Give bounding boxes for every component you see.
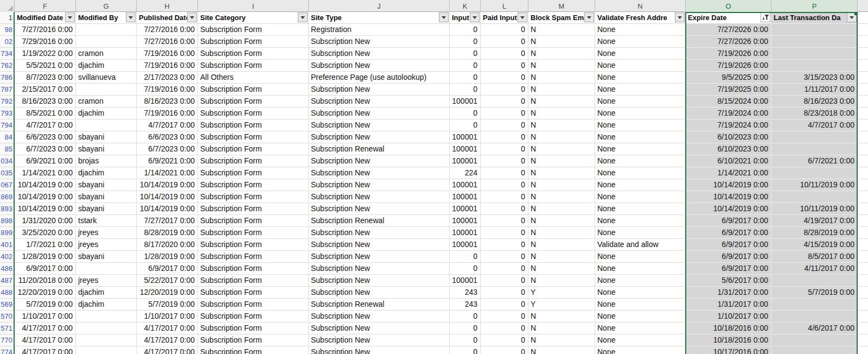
cell-M[interactable]: N bbox=[528, 275, 595, 287]
cell-G[interactable] bbox=[76, 24, 137, 36]
cell-H[interactable]: 4/17/2017 0:00 bbox=[137, 323, 198, 334]
cell-L[interactable]: 0 bbox=[481, 227, 528, 239]
column-letter-G[interactable]: G bbox=[76, 0, 137, 12]
filter-dropdown-button[interactable] bbox=[675, 12, 685, 22]
cell-O[interactable]: 1/31/2017 0:00 bbox=[686, 299, 771, 311]
cell-F[interactable]: 6/9/2021 0:00 bbox=[15, 155, 76, 167]
cell-O[interactable]: 8/15/2024 0:00 bbox=[686, 96, 771, 108]
cell-K[interactable]: 0 bbox=[450, 24, 481, 36]
cell-M[interactable]: N bbox=[528, 108, 595, 119]
cell-M[interactable]: N bbox=[528, 179, 595, 191]
cell-H[interactable]: 1/28/2019 0:00 bbox=[137, 251, 198, 263]
cell-O[interactable]: 6/10/2021 0:00 bbox=[686, 155, 771, 167]
row-header[interactable]: 794 bbox=[0, 119, 15, 131]
cell-K[interactable]: 243 bbox=[450, 287, 481, 299]
cell-J[interactable]: Subscription New bbox=[309, 239, 450, 251]
cell-N[interactable]: None bbox=[595, 167, 686, 179]
cell-G[interactable]: cramon bbox=[76, 96, 137, 108]
filter-header-site_category[interactable]: Site Category bbox=[198, 12, 309, 24]
cell-P[interactable]: 10/11/2019 0:00 bbox=[771, 179, 858, 191]
filter-header-validate_fresh_address[interactable]: Validate Fresh Addre bbox=[595, 12, 686, 24]
cell-N[interactable]: None bbox=[595, 227, 686, 239]
cell-F[interactable]: 10/14/2019 0:00 bbox=[15, 203, 76, 215]
cell-G[interactable] bbox=[76, 263, 137, 275]
row-header[interactable]: 869 bbox=[0, 191, 15, 203]
cell-G[interactable]: jreyes bbox=[76, 227, 137, 239]
cell-O[interactable]: 10/14/2019 0:00 bbox=[686, 191, 771, 203]
cell-J[interactable]: Subscription Renewal bbox=[309, 299, 450, 311]
row-header[interactable]: 899 bbox=[0, 227, 15, 239]
empty-cell[interactable] bbox=[858, 48, 868, 60]
cell-N[interactable]: None bbox=[595, 263, 686, 275]
cell-M[interactable]: N bbox=[528, 311, 595, 323]
cell-J[interactable]: Subscription New bbox=[309, 263, 450, 275]
cell-N[interactable]: None bbox=[595, 311, 686, 323]
cell-I[interactable]: Subscription Form bbox=[198, 203, 309, 215]
cell-M[interactable]: N bbox=[528, 24, 595, 36]
cell-L[interactable]: 0 bbox=[481, 334, 528, 346]
cell-P[interactable] bbox=[771, 167, 858, 179]
cell-G[interactable] bbox=[76, 323, 137, 334]
cell-N[interactable]: None bbox=[595, 119, 686, 131]
cell-P[interactable] bbox=[771, 36, 858, 48]
cell-F[interactable]: 4/17/2017 0:00 bbox=[15, 346, 76, 354]
row-header[interactable]: 034 bbox=[0, 155, 15, 167]
cell-O[interactable]: 10/18/2016 0:00 bbox=[686, 334, 771, 346]
cell-P[interactable]: 4/15/2019 0:00 bbox=[771, 239, 858, 251]
cell-F[interactable]: 6/7/2023 0:00 bbox=[15, 143, 76, 155]
cell-H[interactable]: 6/9/2021 0:00 bbox=[137, 155, 198, 167]
cell-J[interactable]: Subscription New bbox=[309, 96, 450, 108]
cell-O[interactable]: 10/18/2016 0:00 bbox=[686, 323, 771, 334]
cell-J[interactable]: Subscription New bbox=[309, 323, 450, 334]
cell-M[interactable]: N bbox=[528, 96, 595, 108]
cell-G[interactable]: sbayani bbox=[76, 251, 137, 263]
cell-L[interactable]: 0 bbox=[481, 251, 528, 263]
cell-I[interactable]: Subscription Form bbox=[198, 299, 309, 311]
cell-I[interactable]: Subscription Form bbox=[198, 287, 309, 299]
filter-header-last_transaction_date[interactable]: Last Transaction Da bbox=[771, 12, 858, 24]
row-header[interactable]: 570 bbox=[0, 311, 15, 323]
column-letter-F[interactable]: F bbox=[15, 0, 76, 12]
cell-O[interactable]: 6/9/2017 0:00 bbox=[686, 263, 771, 275]
cell-G[interactable]: jreyes bbox=[76, 239, 137, 251]
cell-L[interactable]: 0 bbox=[481, 167, 528, 179]
cell-G[interactable]: djachim bbox=[76, 299, 137, 311]
cell-L[interactable]: 0 bbox=[481, 96, 528, 108]
cell-I[interactable]: Subscription Form bbox=[198, 84, 309, 96]
empty-cell[interactable] bbox=[858, 323, 868, 334]
cell-F[interactable]: 2/15/2017 0:00 bbox=[15, 84, 76, 96]
cell-F[interactable]: 12/20/2019 0:00 bbox=[15, 287, 76, 299]
cell-G[interactable]: sbayani bbox=[76, 179, 137, 191]
cell-L[interactable]: 0 bbox=[481, 311, 528, 323]
cell-F[interactable]: 1/28/2019 0:00 bbox=[15, 251, 76, 263]
row-header[interactable]: 793 bbox=[0, 108, 15, 119]
filter-header-input[interactable]: Input bbox=[450, 12, 481, 24]
cell-G[interactable] bbox=[76, 119, 137, 131]
row-header[interactable]: 487 bbox=[0, 275, 15, 287]
cell-J[interactable]: Subscription New bbox=[309, 227, 450, 239]
cell-J[interactable]: Subscription New bbox=[309, 251, 450, 263]
cell-J[interactable]: Subscription New bbox=[309, 84, 450, 96]
cell-M[interactable]: N bbox=[528, 155, 595, 167]
cell-L[interactable]: 0 bbox=[481, 60, 528, 72]
cell-P[interactable] bbox=[771, 60, 858, 72]
empty-cell[interactable] bbox=[858, 96, 868, 108]
cell-I[interactable]: Subscription Form bbox=[198, 251, 309, 263]
cell-K[interactable]: 0 bbox=[450, 108, 481, 119]
cell-F[interactable]: 8/5/2021 0:00 bbox=[15, 108, 76, 119]
cell-J[interactable]: Subscription New bbox=[309, 155, 450, 167]
cell-I[interactable]: All Others bbox=[198, 72, 309, 84]
cell-N[interactable]: None bbox=[595, 323, 686, 334]
row-header[interactable]: 787 bbox=[0, 84, 15, 96]
cell-N[interactable]: None bbox=[595, 203, 686, 215]
cell-O[interactable]: 1/31/2017 0:00 bbox=[686, 287, 771, 299]
empty-cell[interactable] bbox=[858, 84, 868, 96]
cell-L[interactable]: 0 bbox=[481, 179, 528, 191]
cell-H[interactable]: 4/17/2017 0:00 bbox=[137, 346, 198, 354]
cell-L[interactable]: 0 bbox=[481, 24, 528, 36]
cell-L[interactable]: 0 bbox=[481, 346, 528, 354]
cell-L[interactable]: 0 bbox=[481, 323, 528, 334]
cell-K[interactable]: 0 bbox=[450, 48, 481, 60]
cell-F[interactable]: 1/31/2020 0:00 bbox=[15, 215, 76, 227]
cell-H[interactable]: 4/7/2017 0:00 bbox=[137, 119, 198, 131]
